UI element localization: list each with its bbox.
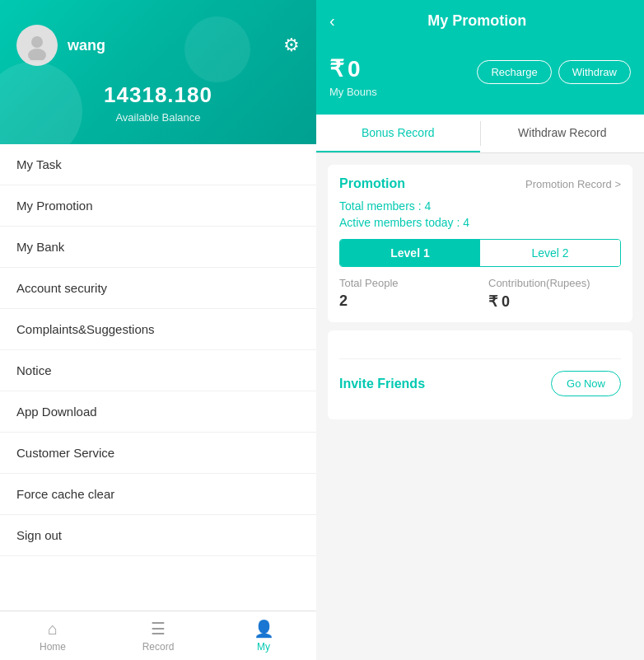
tab-withdraw-record[interactable]: Withdraw Record <box>481 115 645 152</box>
right-title: My Promotion <box>324 12 631 30</box>
promotion-card: Promotion Promotion Record > Total membe… <box>328 165 632 322</box>
nav-item-record[interactable]: ☰Record <box>105 611 211 660</box>
level2-tab[interactable]: Level 2 <box>480 240 620 266</box>
nav-item-home[interactable]: ⌂Home <box>0 611 105 660</box>
menu-item-complaints[interactable]: Complaints&Suggestions <box>0 309 316 350</box>
menu-item-notice[interactable]: Notice <box>0 350 316 391</box>
menu-item-my-bank[interactable]: My Bank <box>0 227 316 268</box>
nav-label-my: My <box>257 641 270 653</box>
promotion-title: Promotion <box>339 176 405 191</box>
right-content: Promotion Promotion Record > Total membe… <box>316 153 644 660</box>
menu-item-customer-service[interactable]: Customer Service <box>0 433 316 474</box>
menu-item-my-promotion[interactable]: My Promotion <box>0 185 316 227</box>
stats-row: Total People 2 Contribution(Rupees) ₹ 0 <box>339 277 621 311</box>
invite-label: Invite Friends <box>339 377 425 391</box>
gear-icon[interactable]: ⚙ <box>283 35 300 56</box>
contribution-label: Contribution(Rupees) <box>488 277 621 289</box>
menu-item-sign-out[interactable]: Sign out <box>0 515 316 556</box>
bonus-label: My Bouns <box>329 86 377 98</box>
rupee-symbol: ₹ <box>329 55 344 82</box>
withdraw-button[interactable]: Withdraw <box>558 60 631 84</box>
bonus-section: ₹ 0 My Bouns Recharge Withdraw <box>316 42 644 115</box>
level-tabs: Level 1 Level 2 <box>339 239 621 267</box>
nav-item-my[interactable]: 👤My <box>211 611 316 660</box>
profile-header: wang ⚙ 14318.180 Available Balance <box>0 0 316 144</box>
bonus-amount: ₹ 0 <box>329 55 377 82</box>
menu-list: My TaskMy PromotionMy BankAccount securi… <box>0 144 316 611</box>
avatar <box>16 25 58 66</box>
home-icon: ⌂ <box>48 620 58 639</box>
balance-label: Available Balance <box>16 111 300 124</box>
bonus-value: 0 <box>348 56 361 82</box>
invite-card: Invite Friends Go Now <box>328 330 632 419</box>
bottom-nav: ⌂Home☰Record👤My <box>0 611 316 660</box>
contribution-value: ₹ 0 <box>488 293 621 311</box>
menu-item-app-download[interactable]: App Download <box>0 391 316 433</box>
nav-label-record: Record <box>142 641 175 653</box>
svg-point-1 <box>31 36 43 48</box>
total-members: Total members : 4 <box>339 199 621 213</box>
total-people-value: 2 <box>339 293 472 310</box>
tab-bonus-record[interactable]: Bonus Record <box>316 115 480 152</box>
right-panel: ‹ My Promotion ₹ 0 My Bouns Recharge Wit… <box>316 0 644 660</box>
menu-item-account-security[interactable]: Account security <box>0 268 316 309</box>
active-members: Active members today : 4 <box>339 216 621 229</box>
menu-item-force-cache[interactable]: Force cache clear <box>0 474 316 515</box>
menu-item-my-task[interactable]: My Task <box>0 144 316 185</box>
total-people-label: Total People <box>339 277 472 289</box>
username: wang <box>68 37 105 54</box>
my-icon: 👤 <box>254 619 274 639</box>
go-now-button[interactable]: Go Now <box>551 371 621 396</box>
balance-amount: 14318.180 <box>16 82 300 108</box>
left-panel: wang ⚙ 14318.180 Available Balance My Ta… <box>0 0 316 660</box>
record-icon: ☰ <box>151 619 166 639</box>
level1-tab[interactable]: Level 1 <box>340 240 480 266</box>
promotion-record-link[interactable]: Promotion Record > <box>525 178 621 190</box>
record-tabs: Bonus Record Withdraw Record <box>316 115 644 153</box>
right-header: ‹ My Promotion <box>316 0 644 42</box>
recharge-button[interactable]: Recharge <box>477 60 551 84</box>
nav-label-home: Home <box>40 641 66 653</box>
